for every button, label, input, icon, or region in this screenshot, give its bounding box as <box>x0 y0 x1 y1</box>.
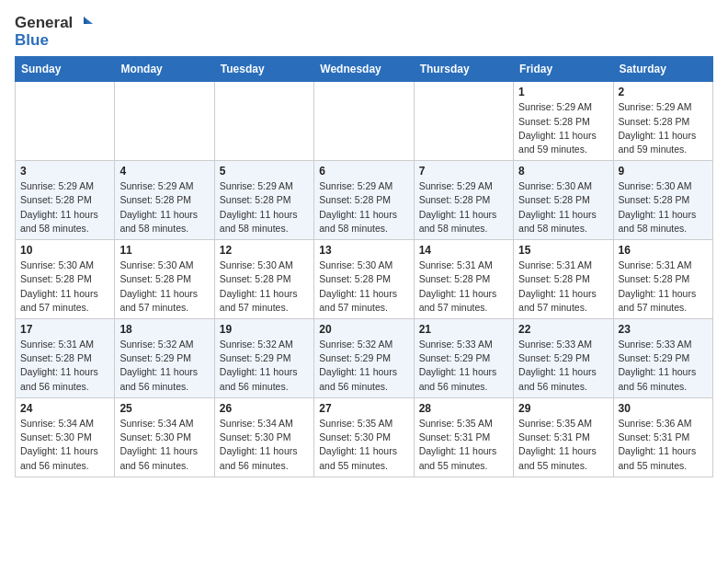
calendar-cell <box>414 82 513 161</box>
day-info: Sunrise: 5:34 AMSunset: 5:30 PMDaylight:… <box>20 417 109 473</box>
day-number: 19 <box>220 323 309 336</box>
calendar-cell: 25Sunrise: 5:34 AMSunset: 5:30 PMDayligh… <box>115 397 214 477</box>
day-info: Sunrise: 5:29 AMSunset: 5:28 PMDaylight:… <box>319 179 408 236</box>
calendar-cell: 19Sunrise: 5:32 AMSunset: 5:29 PMDayligh… <box>214 319 313 398</box>
day-info: Sunrise: 5:29 AMSunset: 5:28 PMDaylight:… <box>220 179 309 236</box>
calendar-week-row: 24Sunrise: 5:34 AMSunset: 5:30 PMDayligh… <box>16 397 713 477</box>
day-number: 21 <box>419 323 508 336</box>
calendar-cell: 5Sunrise: 5:29 AMSunset: 5:28 PMDaylight… <box>214 161 313 240</box>
weekday-header-friday: Friday <box>514 57 613 82</box>
day-number: 6 <box>319 165 408 178</box>
day-info: Sunrise: 5:30 AMSunset: 5:28 PMDaylight:… <box>518 179 608 236</box>
day-info: Sunrise: 5:35 AMSunset: 5:31 PMDaylight:… <box>518 417 608 473</box>
day-info: Sunrise: 5:33 AMSunset: 5:29 PMDaylight:… <box>619 338 708 394</box>
day-info: Sunrise: 5:34 AMSunset: 5:30 PMDaylight:… <box>220 417 309 473</box>
calendar-cell: 16Sunrise: 5:31 AMSunset: 5:28 PMDayligh… <box>613 240 712 319</box>
calendar-week-row: 3Sunrise: 5:29 AMSunset: 5:28 PMDaylight… <box>16 161 713 240</box>
day-info: Sunrise: 5:33 AMSunset: 5:29 PMDaylight:… <box>518 338 608 394</box>
day-number: 25 <box>119 402 209 415</box>
weekday-header-wednesday: Wednesday <box>314 57 414 82</box>
weekday-header-thursday: Thursday <box>414 57 513 82</box>
day-info: Sunrise: 5:29 AMSunset: 5:28 PMDaylight:… <box>419 179 508 236</box>
day-info: Sunrise: 5:32 AMSunset: 5:29 PMDaylight:… <box>220 338 309 394</box>
day-info: Sunrise: 5:31 AMSunset: 5:28 PMDaylight:… <box>518 259 608 315</box>
weekday-header-monday: Monday <box>115 57 214 82</box>
day-info: Sunrise: 5:29 AMSunset: 5:28 PMDaylight:… <box>518 100 608 156</box>
logo: General Blue <box>15 15 93 49</box>
calendar-cell <box>314 82 414 161</box>
day-number: 29 <box>518 402 608 415</box>
day-info: Sunrise: 5:30 AMSunset: 5:28 PMDaylight:… <box>319 259 408 315</box>
calendar-cell: 30Sunrise: 5:36 AMSunset: 5:31 PMDayligh… <box>613 397 712 477</box>
calendar-cell: 24Sunrise: 5:34 AMSunset: 5:30 PMDayligh… <box>16 397 115 477</box>
day-info: Sunrise: 5:32 AMSunset: 5:29 PMDaylight:… <box>119 338 209 394</box>
calendar-cell: 15Sunrise: 5:31 AMSunset: 5:28 PMDayligh… <box>514 240 613 319</box>
day-info: Sunrise: 5:34 AMSunset: 5:30 PMDaylight:… <box>119 417 209 473</box>
day-number: 2 <box>619 86 708 98</box>
calendar-cell: 13Sunrise: 5:30 AMSunset: 5:28 PMDayligh… <box>314 240 414 319</box>
day-info: Sunrise: 5:29 AMSunset: 5:28 PMDaylight:… <box>119 179 209 236</box>
day-number: 14 <box>419 244 508 257</box>
day-number: 22 <box>518 323 608 336</box>
calendar-cell: 12Sunrise: 5:30 AMSunset: 5:28 PMDayligh… <box>214 240 313 319</box>
calendar-cell: 21Sunrise: 5:33 AMSunset: 5:29 PMDayligh… <box>414 319 513 398</box>
day-info: Sunrise: 5:31 AMSunset: 5:28 PMDaylight:… <box>619 259 708 315</box>
day-number: 24 <box>20 402 109 415</box>
day-info: Sunrise: 5:32 AMSunset: 5:29 PMDaylight:… <box>319 338 408 394</box>
day-number: 5 <box>220 165 309 178</box>
day-number: 11 <box>119 244 209 257</box>
day-number: 15 <box>518 244 608 257</box>
day-number: 20 <box>319 323 408 336</box>
day-number: 8 <box>518 165 608 178</box>
day-number: 1 <box>518 86 608 98</box>
calendar-cell: 18Sunrise: 5:32 AMSunset: 5:29 PMDayligh… <box>115 319 214 398</box>
logo-general: General <box>15 15 73 32</box>
day-number: 26 <box>220 402 309 415</box>
calendar-cell <box>16 82 115 161</box>
day-number: 30 <box>619 402 708 415</box>
day-number: 3 <box>20 165 109 178</box>
logo-bird-icon <box>74 15 93 31</box>
day-number: 7 <box>419 165 508 178</box>
calendar-cell: 29Sunrise: 5:35 AMSunset: 5:31 PMDayligh… <box>514 397 613 477</box>
calendar-week-row: 1Sunrise: 5:29 AMSunset: 5:28 PMDaylight… <box>16 82 713 161</box>
day-number: 27 <box>319 402 408 415</box>
calendar-header-row: SundayMondayTuesdayWednesdayThursdayFrid… <box>16 57 713 82</box>
calendar-week-row: 10Sunrise: 5:30 AMSunset: 5:28 PMDayligh… <box>16 240 713 319</box>
day-number: 23 <box>619 323 708 336</box>
day-info: Sunrise: 5:35 AMSunset: 5:31 PMDaylight:… <box>419 417 508 473</box>
calendar-cell: 1Sunrise: 5:29 AMSunset: 5:28 PMDaylight… <box>514 82 613 161</box>
calendar-cell: 20Sunrise: 5:32 AMSunset: 5:29 PMDayligh… <box>314 319 414 398</box>
calendar-cell: 10Sunrise: 5:30 AMSunset: 5:28 PMDayligh… <box>16 240 115 319</box>
weekday-header-sunday: Sunday <box>16 57 115 82</box>
day-info: Sunrise: 5:30 AMSunset: 5:28 PMDaylight:… <box>20 259 109 315</box>
day-info: Sunrise: 5:29 AMSunset: 5:28 PMDaylight:… <box>20 179 109 236</box>
day-number: 10 <box>20 244 109 257</box>
calendar-cell: 4Sunrise: 5:29 AMSunset: 5:28 PMDaylight… <box>115 161 214 240</box>
calendar-cell: 26Sunrise: 5:34 AMSunset: 5:30 PMDayligh… <box>214 397 313 477</box>
logo-blue: Blue <box>15 32 93 50</box>
calendar-cell: 22Sunrise: 5:33 AMSunset: 5:29 PMDayligh… <box>514 319 613 398</box>
day-number: 4 <box>119 165 209 178</box>
day-info: Sunrise: 5:29 AMSunset: 5:28 PMDaylight:… <box>619 100 708 156</box>
day-number: 28 <box>419 402 508 415</box>
day-number: 12 <box>220 244 309 257</box>
day-number: 13 <box>319 244 408 257</box>
day-info: Sunrise: 5:31 AMSunset: 5:28 PMDaylight:… <box>419 259 508 315</box>
day-info: Sunrise: 5:30 AMSunset: 5:28 PMDaylight:… <box>619 179 708 236</box>
day-number: 17 <box>20 323 109 336</box>
calendar-cell: 9Sunrise: 5:30 AMSunset: 5:28 PMDaylight… <box>613 161 712 240</box>
calendar-cell: 7Sunrise: 5:29 AMSunset: 5:28 PMDaylight… <box>414 161 513 240</box>
calendar-week-row: 17Sunrise: 5:31 AMSunset: 5:28 PMDayligh… <box>16 319 713 398</box>
calendar-cell <box>115 82 214 161</box>
weekday-header-saturday: Saturday <box>613 57 712 82</box>
calendar-cell: 2Sunrise: 5:29 AMSunset: 5:28 PMDaylight… <box>613 82 712 161</box>
calendar-cell: 27Sunrise: 5:35 AMSunset: 5:30 PMDayligh… <box>314 397 414 477</box>
calendar-cell: 3Sunrise: 5:29 AMSunset: 5:28 PMDaylight… <box>16 161 115 240</box>
day-info: Sunrise: 5:36 AMSunset: 5:31 PMDaylight:… <box>619 417 708 473</box>
day-info: Sunrise: 5:30 AMSunset: 5:28 PMDaylight:… <box>119 259 209 315</box>
calendar-cell: 11Sunrise: 5:30 AMSunset: 5:28 PMDayligh… <box>115 240 214 319</box>
day-info: Sunrise: 5:30 AMSunset: 5:28 PMDaylight:… <box>220 259 309 315</box>
weekday-header-tuesday: Tuesday <box>214 57 313 82</box>
calendar-cell: 23Sunrise: 5:33 AMSunset: 5:29 PMDayligh… <box>613 319 712 398</box>
